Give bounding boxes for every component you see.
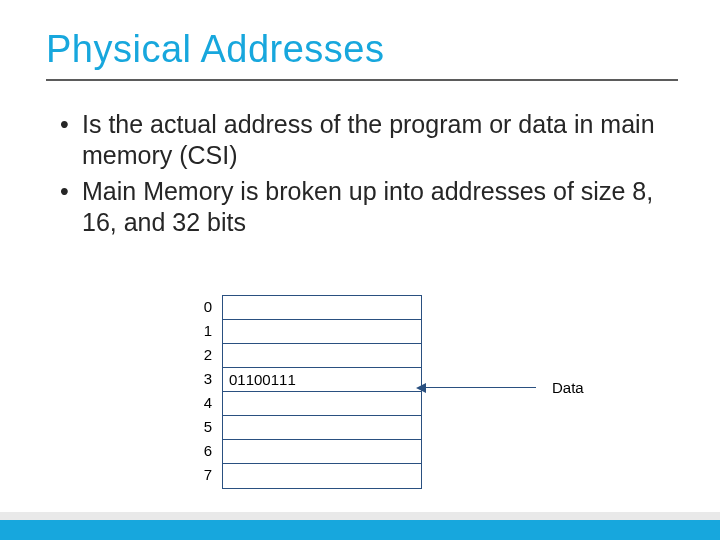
memory-diagram: 0 1 2 3 4 5 6 7 01100111: [198, 295, 422, 489]
arrow-line: [426, 387, 536, 389]
address-column: 0 1 2 3 4 5 6 7: [198, 295, 216, 487]
bullet-item: Is the actual address of the program or …: [60, 109, 660, 172]
memory-cell: 01100111: [223, 368, 421, 392]
memory-cell: [223, 296, 421, 320]
address-label: 4: [198, 391, 216, 415]
address-label: 5: [198, 415, 216, 439]
bullet-item: Main Memory is broken up into addresses …: [60, 176, 660, 239]
address-label: 1: [198, 319, 216, 343]
address-label: 3: [198, 367, 216, 391]
memory-table: 01100111: [222, 295, 422, 489]
data-pointer: Data: [426, 379, 584, 396]
arrow-left-icon: [416, 383, 426, 393]
address-label: 2: [198, 343, 216, 367]
memory-cell: [223, 440, 421, 464]
footer-bar: [0, 520, 720, 540]
address-label: 6: [198, 439, 216, 463]
memory-cell: [223, 344, 421, 368]
address-label: 0: [198, 295, 216, 319]
data-label: Data: [552, 379, 584, 396]
footer-divider: [0, 512, 720, 520]
address-label: 7: [198, 463, 216, 487]
memory-cell: [223, 464, 421, 488]
memory-cell: [223, 392, 421, 416]
memory-cell: [223, 320, 421, 344]
slide-title: Physical Addresses: [0, 0, 720, 79]
memory-cell: [223, 416, 421, 440]
bullet-list: Is the actual address of the program or …: [0, 81, 720, 238]
